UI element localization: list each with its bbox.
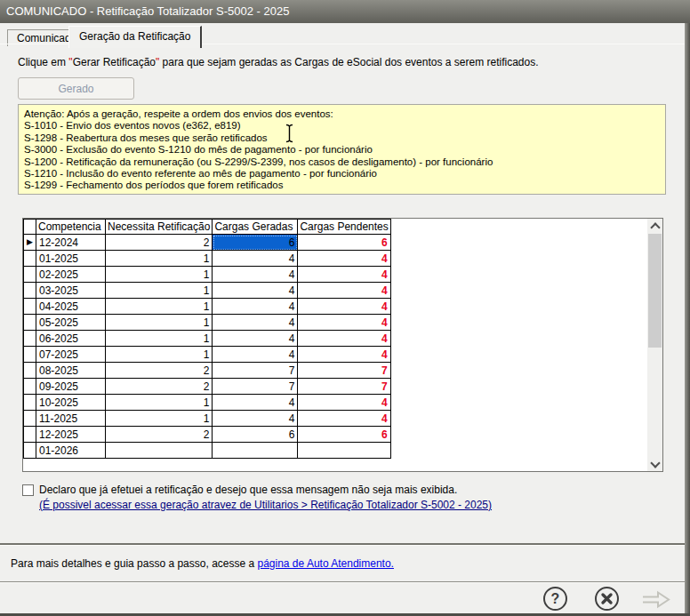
cell-geradas[interactable]: 4: [213, 251, 298, 267]
cell-necessita[interactable]: 1: [106, 299, 213, 315]
cell-necessita[interactable]: 1: [106, 283, 213, 299]
cell-competencia[interactable]: 06-2025: [36, 331, 106, 347]
cell-competencia[interactable]: 09-2025: [36, 379, 106, 395]
cell-necessita[interactable]: 2: [106, 427, 213, 443]
cell-geradas[interactable]: 4: [213, 315, 298, 331]
table-row[interactable]: 06-2025 1 4 4: [24, 331, 391, 347]
cell-geradas[interactable]: 4: [213, 347, 298, 363]
header-cargas-pendentes[interactable]: Cargas Pendentes: [298, 220, 390, 235]
cell-pendentes[interactable]: 4: [298, 267, 390, 283]
table-row[interactable]: 04-2025 1 4 4: [24, 299, 391, 315]
close-x-icon: [595, 587, 619, 611]
table-row[interactable]: 03-2025 1 4 4: [24, 283, 391, 299]
table-vscrollbar[interactable]: [647, 219, 662, 471]
help-button[interactable]: ?: [543, 587, 567, 611]
cell-necessita[interactable]: 2: [106, 363, 213, 379]
cell-competencia[interactable]: 01-2026: [36, 443, 106, 459]
header-competencia[interactable]: Competencia: [36, 220, 106, 235]
cell-pendentes[interactable]: 4: [298, 283, 390, 299]
next-arrow-icon[interactable]: [642, 589, 671, 610]
cell-geradas[interactable]: [213, 443, 298, 459]
declaro-checkbox[interactable]: [22, 484, 34, 496]
cell-geradas[interactable]: 6: [213, 427, 298, 443]
cell-geradas[interactable]: 7: [213, 379, 298, 395]
table-row[interactable]: 10-2025 1 4 4: [24, 395, 391, 411]
table-row[interactable]: 09-2025 2 7 7: [24, 379, 391, 395]
cell-competencia[interactable]: 05-2025: [36, 315, 106, 331]
cell-pendentes[interactable]: 4: [298, 251, 390, 267]
cell-competencia[interactable]: 12-2025: [36, 427, 106, 443]
cell-necessita[interactable]: 1: [106, 251, 213, 267]
title-bar[interactable]: COMUNICADO - Retificação Totalizador S-5…: [0, 0, 690, 23]
cell-geradas[interactable]: 4: [213, 395, 298, 411]
cell-competencia[interactable]: 12-2024: [36, 235, 106, 251]
auto-atendimento-link[interactable]: página de Auto Atendimento.: [258, 557, 394, 570]
instruction-text: Clique em "Gerar Retificação" para que s…: [18, 56, 539, 68]
cell-pendentes[interactable]: 7: [298, 379, 390, 395]
table-row[interactable]: 11-2025 1 4 4: [24, 411, 391, 427]
table-row[interactable]: 01-2025 1 4 4: [24, 251, 391, 267]
cell-necessita[interactable]: 2: [106, 379, 213, 395]
cell-competencia[interactable]: 11-2025: [36, 411, 106, 427]
cell-pendentes[interactable]: 4: [298, 331, 390, 347]
table-row[interactable]: 02-2025 1 4 4: [24, 267, 391, 283]
header-necessita-retificacao[interactable]: Necessita Retificação: [106, 220, 213, 235]
table-row[interactable]: 07-2025 1 4 4: [24, 347, 391, 363]
cell-pendentes[interactable]: 4: [298, 315, 390, 331]
instruction-suffix: para que sejam geradas as Cargas de eSoc…: [159, 56, 538, 68]
cell-geradas[interactable]: 4: [213, 283, 298, 299]
cell-competencia[interactable]: 01-2025: [36, 251, 106, 267]
cell-necessita[interactable]: 1: [106, 315, 213, 331]
cell-geradas[interactable]: 4: [213, 267, 298, 283]
row-indicator: [24, 347, 36, 363]
cell-pendentes[interactable]: 4: [298, 411, 390, 427]
cell-competencia[interactable]: 10-2025: [36, 395, 106, 411]
cell-necessita[interactable]: 1: [106, 267, 213, 283]
cell-geradas[interactable]: 4: [213, 411, 298, 427]
table-row[interactable]: 08-2025 2 7 7: [24, 363, 391, 379]
cell-pendentes[interactable]: 4: [298, 395, 390, 411]
close-button[interactable]: [595, 587, 619, 611]
cell-necessita[interactable]: 1: [106, 347, 213, 363]
row-indicator: [24, 363, 36, 379]
cell-competencia[interactable]: 03-2025: [36, 283, 106, 299]
cell-geradas-selected[interactable]: 6: [213, 235, 298, 251]
cell-necessita[interactable]: 1: [106, 411, 213, 427]
footer-text-prefix: Para mais detalhes e guia passo a passo,…: [11, 557, 258, 570]
table-row[interactable]: 01-2026: [24, 443, 391, 459]
action-bar-separator: [0, 581, 690, 582]
scrollbar-up-icon[interactable]: [647, 219, 662, 233]
cell-geradas[interactable]: 4: [213, 299, 298, 315]
tab-geracao-da-retificacao[interactable]: Geração da Retificação: [68, 26, 202, 48]
cell-necessita[interactable]: 1: [106, 331, 213, 347]
utilitarios-link[interactable]: (É possivel acessar essa geração atravez…: [39, 499, 492, 511]
table-row[interactable]: ▶ 12-2024 2 6 6: [24, 235, 391, 251]
declaro-checkbox-label: Declaro que já efetuei a retificação e d…: [39, 484, 457, 496]
header-cargas-geradas[interactable]: Cargas Geradas: [213, 220, 298, 235]
cell-competencia[interactable]: 02-2025: [36, 267, 106, 283]
row-indicator: [24, 411, 36, 427]
cell-necessita[interactable]: 2: [106, 235, 213, 251]
question-mark-icon: ?: [551, 591, 560, 606]
scrollbar-thumb[interactable]: [648, 234, 662, 348]
cell-pendentes[interactable]: 6: [298, 427, 390, 443]
scrollbar-down-icon[interactable]: [647, 457, 662, 471]
row-indicator: [24, 443, 36, 459]
cell-necessita[interactable]: [106, 443, 213, 459]
cell-geradas[interactable]: 7: [213, 363, 298, 379]
table-row[interactable]: 05-2025 1 4 4: [24, 315, 391, 331]
cell-pendentes[interactable]: 4: [298, 299, 390, 315]
cell-competencia[interactable]: 08-2025: [36, 363, 106, 379]
cell-competencia[interactable]: 07-2025: [36, 347, 106, 363]
table-row[interactable]: 12-2025 2 6 6: [24, 427, 391, 443]
cell-pendentes[interactable]: 7: [298, 363, 390, 379]
gerado-button[interactable]: Gerado: [18, 77, 134, 100]
cell-necessita[interactable]: 1: [106, 395, 213, 411]
row-indicator: [24, 315, 36, 331]
warning-line: Atenção: Após a geração, respeite a orde…: [24, 108, 662, 120]
cell-pendentes[interactable]: 6: [298, 235, 390, 251]
cell-pendentes[interactable]: [298, 443, 390, 459]
cell-pendentes[interactable]: 4: [298, 347, 390, 363]
cell-competencia[interactable]: 04-2025: [36, 299, 106, 315]
cell-geradas[interactable]: 4: [213, 331, 298, 347]
